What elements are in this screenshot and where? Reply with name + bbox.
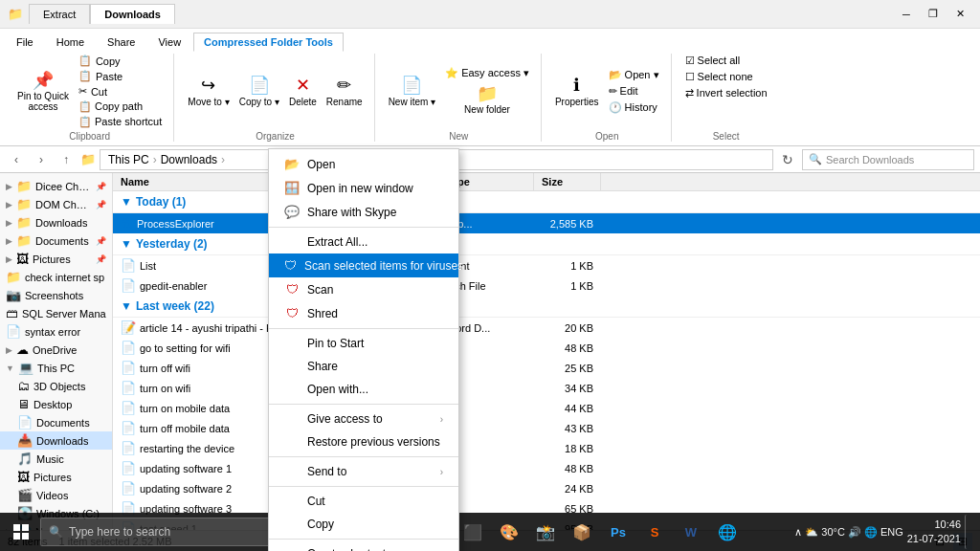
select-none-button[interactable]: ☐ Select none (681, 70, 757, 84)
select-all-button[interactable]: ☑ Select all (681, 54, 745, 68)
paint-button[interactable]: 🎨 (492, 515, 526, 549)
sidebar-item-downloads-pc[interactable]: 📥 Downloads (0, 431, 112, 450)
sidebar-item-sql[interactable]: 🗃 SQL Server Mana (0, 304, 112, 322)
ctx-extract-all[interactable]: Extract All... (269, 231, 458, 253)
tab-extract[interactable]: Extract (29, 4, 90, 24)
ribbon-tab-share[interactable]: Share (97, 33, 145, 52)
downloads-link[interactable]: Downloads (161, 153, 217, 166)
terminal-button[interactable]: ⬛ (456, 515, 490, 549)
ctx-open[interactable]: 📂 Open (269, 152, 458, 176)
tab-downloads[interactable]: Downloads (90, 4, 175, 24)
edit-button[interactable]: ✏ Edit (605, 84, 663, 99)
search-box[interactable]: 🔍 Search Downloads (802, 149, 974, 170)
sidebar-item-documents-pinned[interactable]: ▶ 📁 Documents 📌 (0, 231, 112, 250)
start-button[interactable] (4, 515, 38, 549)
word-button[interactable]: W (674, 515, 708, 549)
delete-button[interactable]: ✕ Delete (285, 74, 321, 109)
sidebar-item-downloads-pinned[interactable]: ▶ 📁 Downloads (0, 213, 112, 231)
group-today[interactable]: ▼ Today (1) (113, 191, 980, 213)
copy-to-button[interactable]: 📄 Copy to ▾ (235, 74, 283, 109)
sidebar-item-pictures-pinned[interactable]: ▶ 🖼 Pictures 📌 (0, 250, 112, 268)
ribbon-tab-view[interactable]: View (147, 33, 191, 52)
ctx-scan[interactable]: 🛡 Scan (269, 277, 458, 301)
snagit-button[interactable]: S (637, 515, 672, 549)
copy-button[interactable]: 📋Copy (75, 54, 166, 68)
sidebar-item-this-pc[interactable]: ▼ 💻 This PC (0, 359, 112, 377)
ctx-create-shortcut[interactable]: Create shortcut (269, 542, 458, 551)
new-item-button[interactable]: 📄 New item ▾ (385, 74, 439, 109)
ribbon-tab-compressed[interactable]: Compressed Folder Tools (193, 33, 344, 52)
table-row[interactable]: 📄 List ment 1 KB (113, 255, 980, 276)
ctx-cut[interactable]: Cut (269, 490, 458, 513)
table-row[interactable]: 🗜 ProcessExplorer app... 2,585 KB (113, 213, 980, 233)
close-button[interactable]: ✕ (947, 5, 972, 24)
tray-arrow[interactable]: ∧ (794, 526, 802, 539)
ctx-restore-versions[interactable]: Restore previous versions (269, 430, 458, 453)
ctx-send-to[interactable]: Send to › (269, 460, 458, 483)
sidebar-item-pictures-pc[interactable]: 🖼 Pictures (0, 468, 112, 486)
network-tray-icon[interactable]: 🌐 (864, 526, 878, 539)
ribbon-tab-home[interactable]: Home (46, 33, 95, 52)
table-row[interactable]: 📄 gpedit-enabler atch File 1 KB (113, 276, 980, 296)
move-to-button[interactable]: ↪ Move to ▾ (184, 74, 233, 109)
ribbon-tab-file[interactable]: File (6, 33, 44, 52)
camera-button[interactable]: 📸 (528, 515, 563, 549)
sidebar-item-dicee[interactable]: ▶ 📁 Dicee Challer 📌 (0, 177, 112, 195)
table-row[interactable]: 📄 updating software 1 48 KB (113, 458, 980, 478)
sidebar-item-videos[interactable]: 🎬 Videos (0, 486, 112, 504)
new-folder-button[interactable]: 📁 New folder (441, 82, 533, 118)
sidebar-item-dom[interactable]: ▶ 📁 DOM Challen 📌 (0, 195, 112, 213)
sidebar-item-desktop[interactable]: 🖥 Desktop (0, 395, 112, 413)
paste-button[interactable]: 📋Paste (75, 69, 166, 83)
up-button[interactable]: ↑ (56, 149, 77, 170)
sound-icon[interactable]: 🔊 (848, 526, 861, 539)
ctx-pin-to-start[interactable]: Pin to Start (269, 332, 458, 355)
system-clock[interactable]: 10:46 21-07-2021 (907, 518, 961, 547)
photoshop-button[interactable]: Ps (601, 515, 635, 549)
table-row[interactable]: 📄 turn on mobile data 44 KB (113, 398, 980, 418)
ctx-copy[interactable]: Copy (269, 513, 458, 536)
refresh-button[interactable]: ↻ (777, 149, 798, 170)
chrome-button[interactable]: 🌐 (710, 515, 745, 549)
column-header-size[interactable]: Size (534, 173, 601, 190)
invert-selection-button[interactable]: ⇄ Invert selection (681, 86, 771, 100)
paste-shortcut-button[interactable]: 📋 Paste shortcut (75, 115, 166, 129)
show-desktop-button[interactable] (965, 515, 970, 549)
sidebar-item-syntax[interactable]: 📄 syntax error (0, 322, 112, 341)
properties-button[interactable]: ℹ Properties (551, 74, 603, 109)
ctx-open-new-window[interactable]: 🪟 Open in new window (269, 176, 458, 200)
group-lastweek[interactable]: ▼ Last week (22) (113, 296, 980, 318)
system-tray[interactable]: ∧ ⛅ 30°C 🔊 🌐 ENG (794, 526, 902, 539)
sidebar-item-documents-pc[interactable]: 📄 Documents (0, 413, 112, 431)
rename-button[interactable]: ✏ Rename (323, 74, 367, 109)
easy-access-button[interactable]: ⭐ Easy access ▾ (441, 66, 533, 80)
language-indicator[interactable]: ENG (880, 526, 903, 538)
copy-path-button[interactable]: 📋 Copy path (75, 99, 166, 114)
maximize-button[interactable]: ❐ (921, 5, 946, 24)
ctx-open-with[interactable]: Open with... (269, 378, 458, 401)
table-row[interactable]: 📄 restarting the device 18 KB (113, 438, 980, 458)
table-row[interactable]: 📄 turn off mobile data 43 KB (113, 418, 980, 438)
sidebar-item-check-internet[interactable]: 📁 check internet sp (0, 268, 112, 286)
table-row[interactable]: 📄 updating software 2 24 KB (113, 478, 980, 498)
group-yesterday[interactable]: ▼ Yesterday (2) (113, 233, 980, 255)
cut-button[interactable]: ✂Cut (75, 84, 166, 99)
table-row[interactable]: 📄 go to setting for wifi 48 KB (113, 338, 980, 358)
ctx-share[interactable]: Share (269, 355, 458, 378)
dropbox-button[interactable]: 📦 (565, 515, 599, 549)
sidebar-item-onedrive[interactable]: ▶ ☁ OneDrive (0, 341, 112, 359)
ctx-share-skype[interactable]: 💬 Share with Skype (269, 200, 458, 224)
pin-to-quick-button[interactable]: 📌 Pin to Quickaccess (13, 69, 73, 115)
back-button[interactable]: ‹ (6, 149, 27, 170)
sidebar-item-music[interactable]: 🎵 Music (0, 450, 112, 468)
history-button[interactable]: 🕐 History (605, 100, 663, 115)
forward-button[interactable]: › (31, 149, 52, 170)
table-row[interactable]: 📄 turn off wifi 25 KB (113, 358, 980, 378)
ctx-shred[interactable]: 🛡 Shred (269, 301, 458, 325)
ctx-give-access[interactable]: Give access to › (269, 408, 458, 430)
table-row[interactable]: 📄 turn on wifi 34 KB (113, 378, 980, 398)
open-button[interactable]: 📂 Open ▾ (605, 68, 663, 82)
sidebar-item-3d-objects[interactable]: 🗂 3D Objects (0, 377, 112, 395)
minimize-button[interactable]: ─ (894, 5, 919, 24)
table-row[interactable]: 📝 article 14 - ayushi tripathi - How Wor… (113, 318, 980, 338)
